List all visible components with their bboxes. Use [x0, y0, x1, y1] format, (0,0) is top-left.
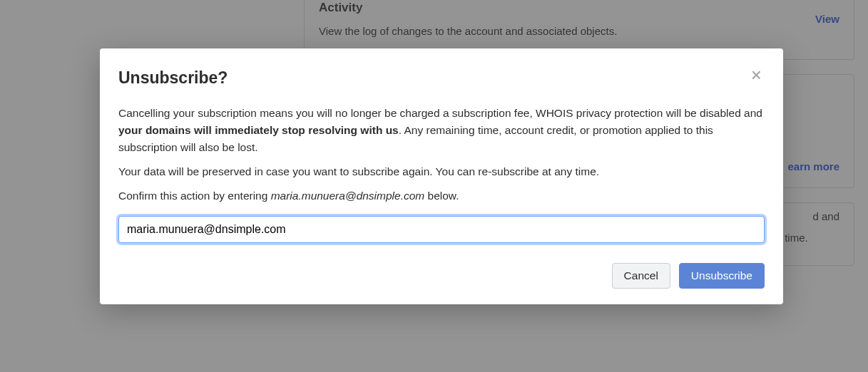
close-icon[interactable]: ×: [748, 66, 765, 84]
confirm-email-input[interactable]: [118, 216, 765, 243]
cancel-button[interactable]: Cancel: [612, 263, 670, 289]
modal-warning-paragraph: Cancelling your subscription means you w…: [118, 105, 765, 156]
modal-preserve-paragraph: Your data will be preserved in case you …: [118, 163, 765, 180]
unsubscribe-modal: Unsubscribe? × Cancelling your subscript…: [100, 48, 783, 304]
modal-title: Unsubscribe?: [118, 68, 228, 88]
modal-confirm-paragraph: Confirm this action by entering maria.mu…: [118, 187, 765, 205]
unsubscribe-button[interactable]: Unsubscribe: [679, 263, 765, 289]
